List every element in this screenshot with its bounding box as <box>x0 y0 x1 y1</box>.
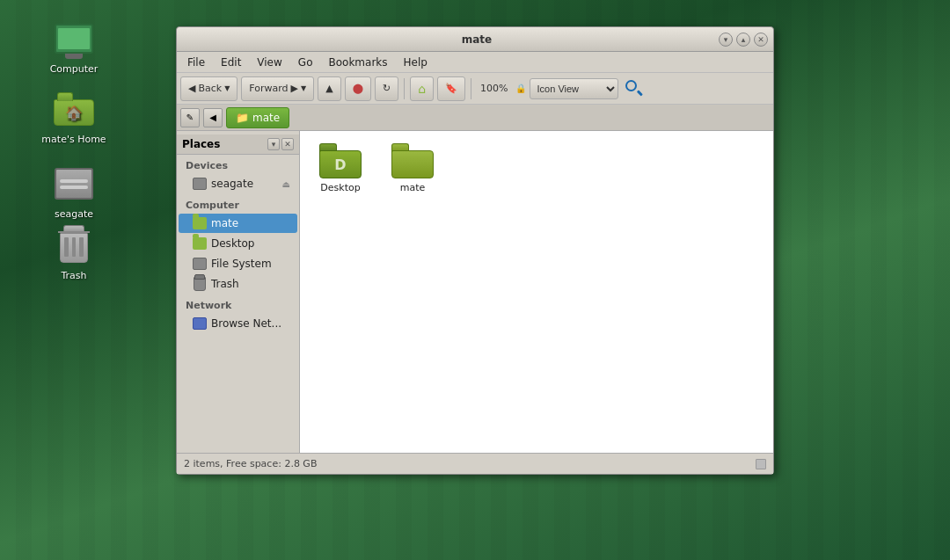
places-label: Places <box>182 138 220 150</box>
prev-location-button[interactable]: ◀ <box>203 108 223 127</box>
back-button[interactable]: ◀ Back ▼ <box>180 76 238 101</box>
breadcrumb-mate[interactable]: 📁 mate <box>226 107 289 128</box>
file-item-mate[interactable]: mate <box>381 140 444 197</box>
edit-icon: ✎ <box>186 113 194 122</box>
menu-bookmarks[interactable]: Bookmarks <box>321 55 394 70</box>
seagate-drive-icon <box>53 163 95 205</box>
bookmarks-button[interactable]: 🔖 <box>437 76 465 101</box>
menubar: File Edit View Go Bookmarks Help <box>177 52 773 73</box>
mate-folder-icon <box>391 143 434 178</box>
desktop-icon-trash[interactable]: Trash <box>39 224 109 281</box>
titlebar-buttons: ▾ ▴ ✕ <box>719 33 768 47</box>
forward-arrow-icon: ▶ <box>291 83 298 94</box>
scrollbar-indicator <box>756 459 766 469</box>
up-arrow-icon: ▲ <box>325 83 332 94</box>
network-sidebar-icon <box>193 316 207 331</box>
filesystem-sidebar-icon <box>193 257 207 271</box>
trash-desktop-icon <box>53 224 95 266</box>
breadcrumb-folder-icon: 📁 <box>236 112 249 124</box>
seagate-sidebar-icon <box>193 177 207 191</box>
seagate-label: seagate <box>55 208 93 220</box>
toolbar-separator-2 <box>471 78 471 99</box>
sidebar-item-trash[interactable]: Trash <box>179 274 297 294</box>
sidebar-item-mate[interactable]: mate <box>179 214 297 233</box>
desktop-icon-computer[interactable]: Computer <box>39 18 109 75</box>
file-item-desktop[interactable]: D Desktop <box>309 140 372 197</box>
sidebar-item-filesystem[interactable]: File System <box>179 254 297 273</box>
back-dropdown-icon: ▼ <box>224 84 230 92</box>
content-area: Places ▾ ✕ Devices seagate ⏏ Computer <box>177 131 773 453</box>
view-selector[interactable]: Icon View List View Compact View <box>530 78 618 99</box>
titlebar: mate ▾ ▴ ✕ <box>177 27 773 52</box>
sidebar-close-button[interactable]: ✕ <box>281 138 294 150</box>
locationbar: ✎ ◀ 📁 mate <box>177 105 773 131</box>
eject-icon[interactable]: ⏏ <box>282 179 290 189</box>
back-arrow-icon: ◀ <box>188 83 195 94</box>
file-manager-window: mate ▾ ▴ ✕ File Edit View Go Bookmarks H… <box>176 26 774 475</box>
reload-button[interactable]: ↻ <box>375 76 398 101</box>
home-folder-icon: 🏠 <box>53 88 95 130</box>
network-section-label: Network <box>177 295 299 313</box>
sidebar-item-seagate[interactable]: seagate ⏏ <box>179 174 297 193</box>
prev-icon: ◀ <box>209 113 216 122</box>
lock-icon: 🔒 <box>515 84 526 93</box>
trash-sidebar-icon <box>193 277 207 291</box>
window-title: mate <box>235 33 719 46</box>
home-label: mate's Home <box>41 134 106 145</box>
toolbar: ◀ Back ▼ Forward ▶ ▼ ▲ ⬤ ↻ ⌂ 🔖 100% 🔒 <box>177 73 773 105</box>
close-button[interactable]: ✕ <box>754 33 768 47</box>
trash-label: Trash <box>61 270 86 281</box>
file-view: D Desktop mate <box>300 131 773 453</box>
desktop-icon-home[interactable]: 🏠 mate's Home <box>39 88 109 145</box>
home-icon: ⌂ <box>418 82 426 96</box>
devices-section-label: Devices <box>177 155 299 173</box>
statusbar: 2 items, Free space: 2.8 GB <box>177 453 773 474</box>
sidebar-pin-button[interactable]: ▾ <box>267 138 280 150</box>
up-button[interactable]: ▲ <box>318 76 340 101</box>
maximize-button[interactable]: ▴ <box>736 33 750 47</box>
menu-file[interactable]: File <box>180 55 212 70</box>
desktop-icon-seagate[interactable]: seagate <box>39 163 109 220</box>
toolbar-separator-1 <box>404 78 405 99</box>
menu-edit[interactable]: Edit <box>214 55 248 70</box>
menu-help[interactable]: Help <box>397 55 435 70</box>
sidebar-header: Places ▾ ✕ <box>177 135 299 155</box>
edit-location-button[interactable]: ✎ <box>180 108 200 127</box>
statusbar-text: 2 items, Free space: 2.8 GB <box>184 458 317 469</box>
mate-folder-label: mate <box>400 182 426 193</box>
stop-icon: ⬤ <box>353 83 363 94</box>
zoom-controls: 🔒 <box>515 84 526 93</box>
stop-button[interactable]: ⬤ <box>345 76 371 101</box>
forward-button[interactable]: Forward ▶ ▼ <box>241 76 314 101</box>
sidebar: Places ▾ ✕ Devices seagate ⏏ Computer <box>177 131 300 453</box>
computer-icon <box>53 18 95 60</box>
reload-icon: ↻ <box>383 83 391 94</box>
bookmarks-icon: 🔖 <box>445 83 457 94</box>
zoom-level: 100% <box>477 83 511 94</box>
home-button[interactable]: ⌂ <box>410 76 434 101</box>
forward-dropdown-icon: ▼ <box>301 84 306 92</box>
menu-view[interactable]: View <box>250 55 289 70</box>
sidebar-controls: ▾ ✕ <box>267 138 294 150</box>
desktop-folder-icon: D <box>319 143 362 178</box>
computer-label: Computer <box>50 63 99 75</box>
menu-go[interactable]: Go <box>291 55 320 70</box>
search-button[interactable] <box>622 76 647 101</box>
sidebar-item-browse-network[interactable]: Browse Net... <box>179 314 297 333</box>
desktop-folder-sidebar-icon <box>193 236 207 251</box>
mate-folder-sidebar-icon <box>193 216 207 230</box>
desktop-folder-label: Desktop <box>320 182 360 193</box>
sidebar-item-desktop[interactable]: Desktop <box>179 234 297 253</box>
minimize-button[interactable]: ▾ <box>719 33 733 47</box>
computer-section-label: Computer <box>177 194 299 213</box>
